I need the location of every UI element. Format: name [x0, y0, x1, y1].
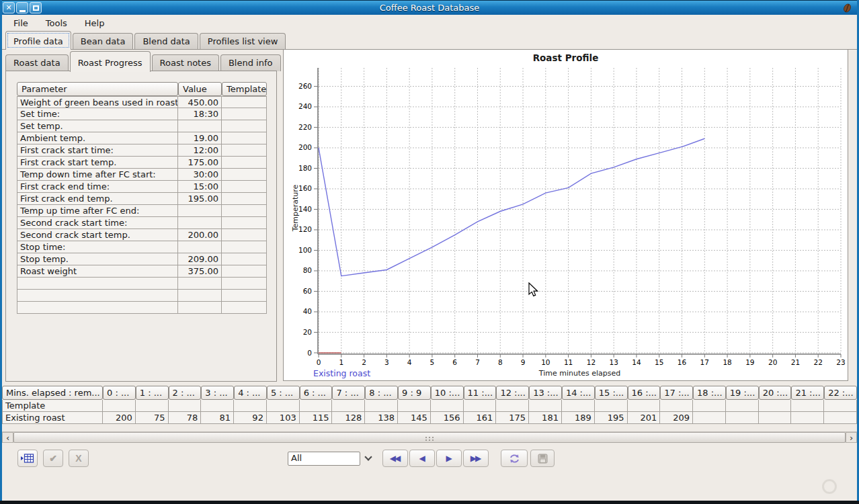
parameter-name-cell[interactable]: Set time:	[17, 108, 178, 120]
minute-column-header[interactable]: 20 :...	[759, 386, 792, 400]
temperature-cell[interactable]: 181	[529, 412, 562, 424]
parameter-value-cell[interactable]: 450.00	[178, 96, 222, 108]
parameter-template-cell[interactable]	[222, 169, 267, 181]
parameter-template-cell[interactable]	[222, 108, 267, 120]
temperature-cell[interactable]	[267, 400, 300, 412]
temperature-cell[interactable]	[726, 400, 759, 412]
parameter-name-cell[interactable]: Temp up time after FC end:	[17, 205, 178, 217]
temperature-cell[interactable]: 128	[332, 412, 365, 424]
minute-column-header[interactable]: 11 :...	[464, 386, 497, 400]
temperature-cell[interactable]	[791, 412, 824, 424]
scroll-right-arrow-icon[interactable]: ›	[846, 432, 857, 443]
parameter-template-cell[interactable]	[222, 265, 267, 278]
minute-column-header[interactable]: 12 :...	[496, 386, 529, 400]
minute-column-header[interactable]: 5 : ...	[267, 386, 300, 400]
chevron-down-icon[interactable]	[364, 453, 372, 460]
tab-bean-data[interactable]: Bean data	[73, 33, 134, 49]
temperature-cell[interactable]	[562, 400, 595, 412]
parameter-template-cell[interactable]	[222, 157, 267, 169]
minute-column-header[interactable]: 19 :...	[726, 386, 759, 400]
horizontal-scrollbar[interactable]: ‹ ›	[2, 431, 857, 443]
tab-roast-notes[interactable]: Roast notes	[152, 54, 219, 71]
edit-grid-button[interactable]	[17, 450, 38, 467]
temperature-cell[interactable]	[628, 400, 661, 412]
parameter-value-cell[interactable]: 200.00	[178, 229, 222, 241]
parameter-name-cell[interactable]	[17, 290, 178, 302]
temperature-cell[interactable]	[431, 400, 464, 412]
parameter-template-cell[interactable]	[222, 120, 267, 132]
parameter-template-cell[interactable]	[222, 241, 267, 253]
temperature-cell[interactable]: 209	[660, 412, 693, 424]
parameter-template-cell[interactable]	[222, 253, 267, 265]
temperature-cell[interactable]	[496, 400, 529, 412]
parameter-template-cell[interactable]	[222, 132, 267, 144]
menu-tools[interactable]: Tools	[37, 16, 76, 30]
temperature-cell[interactable]: 81	[201, 412, 234, 424]
temperature-cell[interactable]	[824, 412, 857, 424]
column-header-parameter[interactable]: Parameter	[17, 82, 178, 96]
save-button[interactable]	[530, 450, 555, 467]
last-record-button[interactable]: ▶▶	[463, 450, 489, 467]
parameter-template-cell[interactable]	[222, 205, 267, 217]
temperature-cell[interactable]: 175	[496, 412, 529, 424]
menu-file[interactable]: File	[5, 16, 37, 30]
parameter-name-cell[interactable]	[17, 278, 178, 290]
tab-profiles-list-view[interactable]: Profiles list view	[200, 33, 286, 49]
temperature-cell[interactable]: 189	[562, 412, 595, 424]
temperature-cell[interactable]	[791, 400, 824, 412]
temperature-cell[interactable]: 103	[267, 412, 300, 424]
minute-column-header[interactable]: 1 : ...	[136, 386, 169, 400]
minute-column-header[interactable]: 8 : ...	[365, 386, 398, 400]
parameter-template-cell[interactable]	[222, 302, 267, 314]
parameter-value-cell[interactable]	[178, 290, 222, 302]
minute-column-header[interactable]: 4 : ...	[234, 386, 267, 400]
title-bar[interactable]: ✕ Coffee Roast Database	[0, 0, 859, 15]
parameter-name-cell[interactable]: First crack end temp.	[17, 193, 178, 205]
menu-help[interactable]: Help	[76, 16, 114, 30]
column-header-value[interactable]: Value	[178, 82, 222, 96]
parameter-template-cell[interactable]	[222, 193, 267, 205]
previous-record-button[interactable]: ◀	[409, 450, 435, 467]
parameter-value-cell[interactable]: 15:00	[178, 181, 222, 193]
series-label-cell[interactable]: Existing roast	[2, 412, 103, 424]
temperature-cell[interactable]	[234, 400, 267, 412]
temperature-cell[interactable]	[529, 400, 562, 412]
minute-column-header[interactable]: 7 : ...	[332, 386, 365, 400]
parameter-value-cell[interactable]: 209.00	[178, 253, 222, 265]
parameter-name-cell[interactable]: Set temp.	[17, 120, 178, 132]
temperature-cell[interactable]	[300, 400, 333, 412]
temperature-cell[interactable]	[759, 400, 792, 412]
parameter-name-cell[interactable]: Stop time:	[17, 241, 178, 253]
parameter-template-cell[interactable]	[222, 229, 267, 241]
minute-column-header[interactable]: 14 :...	[562, 386, 595, 400]
tab-roast-progress[interactable]: Roast Progress	[70, 51, 151, 72]
parameter-value-cell[interactable]	[178, 217, 222, 229]
temperature-cell[interactable]	[136, 400, 169, 412]
parameter-name-cell[interactable]: First crack start temp.	[17, 157, 178, 169]
parameter-name-cell[interactable]: Roast weight	[17, 265, 178, 278]
temperature-cell[interactable]: 200	[103, 412, 136, 424]
refresh-button[interactable]	[501, 450, 528, 467]
temperature-cell[interactable]	[464, 400, 497, 412]
temperature-cell[interactable]	[726, 412, 759, 424]
temperature-cell[interactable]	[332, 400, 365, 412]
temperature-cell[interactable]	[103, 400, 136, 412]
minute-column-header[interactable]: 9 : 9	[398, 386, 431, 400]
minute-column-header[interactable]: 18 :...	[693, 386, 726, 400]
minute-column-header[interactable]: 0 : ...	[103, 386, 136, 400]
temperature-cell[interactable]	[398, 400, 431, 412]
parameter-name-cell[interactable]: First crack start time:	[17, 144, 178, 157]
filter-select[interactable]: All	[288, 452, 360, 466]
parameter-value-cell[interactable]	[178, 278, 222, 290]
parameter-value-cell[interactable]: 30:00	[178, 169, 222, 181]
minute-column-header[interactable]: 6 : ...	[300, 386, 333, 400]
parameter-name-cell[interactable]: Second crack start time:	[17, 217, 178, 229]
parameter-name-cell[interactable]: Second crack start temp.	[17, 229, 178, 241]
temperature-cell[interactable]	[169, 400, 202, 412]
minute-column-header[interactable]: 13 :...	[529, 386, 562, 400]
temperature-cell[interactable]: 75	[136, 412, 169, 424]
parameter-value-cell[interactable]	[178, 302, 222, 314]
tab-profile-data[interactable]: Profile data	[5, 31, 71, 50]
parameter-name-cell[interactable]	[17, 302, 178, 314]
corner-header-mins-elapsed[interactable]: Mins. elapsed : rem...	[2, 386, 103, 400]
